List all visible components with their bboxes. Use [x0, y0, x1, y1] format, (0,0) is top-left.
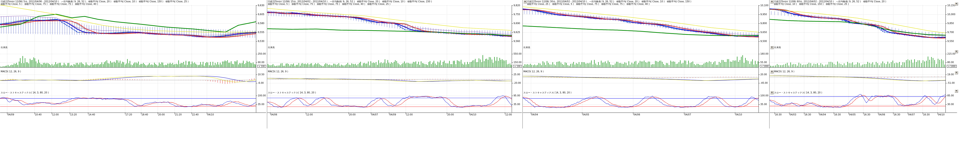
chart-canvas-30min[interactable] [523, 0, 770, 120]
macd-menu-dropdown-button[interactable]: ▼ [770, 70, 774, 73]
stochastics-section-label-text: スロー・ストキャスティクス( 14, 3, 80, 20 ) [774, 91, 822, 94]
volume-pane-dropdown-button[interactable]: ▼ [955, 50, 958, 53]
time-axis-label: 12:00 [306, 113, 313, 116]
price-axis-label: 9,580 [258, 22, 264, 24]
volume-menu-dropdown-button[interactable]: ▼ [770, 46, 774, 49]
time-axis-label: 04/04 [819, 113, 826, 116]
macd-section-label-text: MACD( 12, 26, 9 ) [774, 70, 794, 73]
chart-canvas-5min[interactable] [0, 0, 267, 120]
price-axis-label: 10,100 [760, 4, 768, 6]
chart-menu-dropdown-button[interactable]: ▼ [770, 0, 774, 3]
macd-axis-label: -51.00 [947, 82, 955, 84]
price-axis-label: 9,550 [947, 40, 954, 42]
chart-window-nikkei225mini-5min[interactable]: 日経225mini 12/06( 5分, 2012/04/06 - 2012/0… [0, 0, 267, 129]
chart-canvas-15min[interactable] [267, 0, 523, 120]
volume-multiplier-box: × 1000 [760, 65, 770, 68]
price-axis-label: 9,560 [514, 40, 520, 42]
chart-title-line2: 移動平均( Close, 10 ) 移動平均( Close, 150 ) 移動平… [770, 3, 886, 5]
stoch-axis-label: 95.00 [514, 94, 520, 97]
chart-title: 日経225mini 12/06( 15分, 2012/04/02 - 2012/… [268, 0, 432, 5]
price-pane-dropdown-button[interactable]: ▼ [955, 2, 958, 5]
volume-section-label: 出来高 [268, 46, 275, 49]
time-axis-label: 20:00 [447, 113, 454, 116]
chart-title-text: 日経225mini 12/06( 60分, 2012/04/02 - 2012/… [774, 0, 886, 3]
stochastics-section-label-text: スロー・ストキャスティクス( 14, 3, 80, 20 ) [523, 91, 571, 94]
macd-section-label-text: MACD( 12, 26, 9 ) [268, 70, 288, 73]
time-axis-label: 04/09 [390, 113, 396, 116]
price-axis-label: 9,500 [760, 40, 767, 42]
price-axis-label: 10,150 [947, 4, 955, 6]
time-axis-label: 20:00 [158, 113, 165, 116]
macd-section-label: MACD( 12, 26, 9 ) [268, 70, 288, 73]
time-axis-label: 04/06 [633, 113, 640, 116]
chart-title-text: 日経225mini 12/06( 5分, 2012/04/06 - 2012/0… [1, 0, 189, 3]
time-axis-label: 04/07 [684, 113, 691, 116]
time-axis-label: 10:40 [35, 113, 41, 116]
chart-title-line1: 日経225mini 12/06( 15分, 2012/04/02 - 2012/… [268, 0, 432, 3]
stoch-axis-label: 35.00 [258, 103, 264, 106]
stoch-axis-label: 100.00 [258, 94, 266, 97]
time-axis-label: 20:00 [349, 113, 356, 116]
chart-title: 日経225mini 12/06( 5分, 2012/04/06 - 2012/0… [1, 0, 189, 5]
macd-axis-label: 25.00 [514, 73, 520, 76]
stochastics-section-label: スロー・ストキャスティクス( 14, 3, 80, 20 ) [523, 91, 571, 94]
price-axis-label: 9,530 [258, 40, 264, 42]
volume-multiplier-box: × 100 [513, 65, 522, 68]
stochastics-section-label: スロー・ストキャスティクス( 14, 3, 80, 20 ) [1, 91, 49, 94]
chart-window-nikkei225mini-15min[interactable]: 日経225mini 12/06( 15分, 2012/04/02 - 2012/… [267, 0, 523, 129]
macd-pane-dropdown-button[interactable]: ▼ [955, 71, 958, 74]
chart-title-text: 日経225mini 12/06( 15分, 2012/04/02 - 2012/… [268, 0, 432, 3]
macd-section-label-text: MACD( 12, 26, 9 ) [1, 70, 21, 73]
chart-title-line1: ▼日経225mini 12/06( 60分, 2012/04/02 - 2012… [770, 0, 886, 3]
chart-title-line1: ▼日経225mini 12/06( 30分, 2012/04/02 - 2012… [523, 0, 691, 3]
volume-section-label-text: 出来高 [1, 46, 8, 48]
stochastics-section-label: スロー・ストキャスティクス( 14, 3, 80, 20 ) [268, 91, 316, 94]
price-axis-label: 9,690 [514, 22, 520, 24]
volume-axis-label: 250.00 [258, 53, 266, 55]
stoch-axis-label: 35.00 [760, 103, 767, 106]
volume-axis-label: 90.00 [258, 61, 264, 64]
stoch-menu-dropdown-button[interactable]: ▼ [770, 91, 774, 94]
volume-section-label: ▼出来高 [770, 46, 781, 49]
macd-axis-label: -6.00 [258, 82, 264, 84]
price-axis-label: 9,555 [258, 31, 264, 34]
macd-section-label: MACD( 12, 26, 9 ) [523, 70, 544, 73]
time-axis-label: 04/10 [735, 113, 742, 116]
chart-title-line2: 移動平均( Close, 5 ) 移動平均( Close, 75 ) 移動平均(… [268, 3, 432, 5]
chart-canvas-60min[interactable] [770, 0, 958, 120]
volume-section-label-text: 出来高 [774, 46, 781, 48]
chart-menu-dropdown-button[interactable]: ▼ [523, 0, 527, 3]
time-axis-label: 04/10 [938, 113, 945, 116]
stoch-axis-label: 85.00 [947, 94, 954, 97]
volume-axis-label: 55.00 [760, 61, 767, 64]
time-axis-label: 04/07 [371, 113, 378, 116]
time-axis-label: 12:00 [52, 113, 59, 116]
time-axis-label: 16:30 [805, 113, 811, 116]
time-axis-label: 04/05 [582, 113, 589, 116]
time-axis-label: 12:00 [505, 113, 512, 116]
stoch-pane-dropdown-button[interactable]: ▼ [955, 89, 958, 93]
time-axis-label: 04/06 [270, 113, 277, 116]
price-axis-label: 9,800 [760, 22, 767, 24]
time-axis-label: 18:40 [142, 113, 148, 116]
stochastics-section-label-text: スロー・ストキャスティクス( 14, 3, 80, 20 ) [1, 91, 49, 94]
price-axis-label: 9,625 [514, 31, 520, 34]
price-axis-label: 9,850 [947, 22, 954, 24]
macd-axis-label: -20.00 [514, 82, 521, 84]
volume-section-label: 出来高 [523, 46, 530, 49]
macd-axis-label: 19.00 [947, 73, 954, 76]
stoch-axis-label: 100.00 [760, 94, 768, 97]
volume-axis-label: 160.00 [760, 53, 768, 55]
macd-axis-label: -45.00 [760, 82, 768, 84]
chart-window-nikkei225mini-60min[interactable]: ▼日経225mini 12/06( 60分, 2012/04/02 - 2012… [769, 0, 958, 129]
macd-section-label-text: MACD( 12, 26, 9 ) [523, 70, 544, 73]
chart-window-nikkei225mini-30min[interactable]: ▼日経225mini 12/06( 30分, 2012/04/02 - 2012… [522, 0, 770, 129]
time-axis-label: 14:40 [88, 113, 95, 116]
chart-title: ▼日経225mini 12/06( 60分, 2012/04/02 - 2012… [770, 0, 886, 5]
trading-app-chart-workspace: 日経225mini 12/06( 5分, 2012/04/06 - 2012/0… [0, 0, 980, 145]
volume-section-label: 出来高 [1, 46, 8, 49]
time-axis-label: 04/07 [908, 113, 915, 116]
volume-multiplier-box: × 100 [257, 65, 266, 68]
price-axis-label: 9,755 [514, 13, 520, 16]
time-axis-label: 04/09 [8, 113, 14, 116]
